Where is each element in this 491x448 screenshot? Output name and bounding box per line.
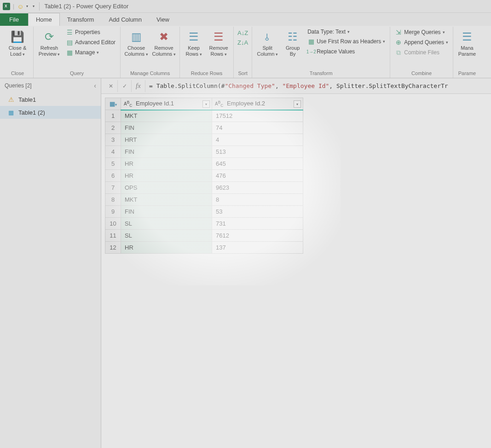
row-number[interactable]: 5 (105, 158, 121, 170)
formula-cancel-button[interactable]: ✕ (104, 80, 118, 92)
table-row: 12HR137 (105, 242, 303, 254)
query-item-0[interactable]: ⚠Table1 (0, 93, 101, 106)
advanced-editor-icon: ▤ (66, 39, 73, 46)
qat-separator: | (13, 3, 14, 10)
close-and-load-button[interactable]: 💾 Close & Load (5, 28, 30, 59)
row-number[interactable]: 2 (105, 122, 121, 134)
column-1-label: Employee Id.1 (136, 100, 174, 107)
cell[interactable]: HR (121, 158, 212, 170)
cell[interactable]: SL (121, 218, 212, 230)
sort-desc-button[interactable]: Z↓A (237, 39, 248, 46)
filter-icon-2[interactable]: ▾ (294, 100, 301, 108)
table-row: 1MKT17512 (105, 110, 303, 122)
remove-rows-button[interactable]: ☰ Remove Rows (207, 28, 231, 59)
queries-header: Queries [2] ‹ (0, 78, 101, 93)
row-number[interactable]: 12 (105, 242, 121, 254)
manage-button[interactable]: ▦ Manage (64, 48, 117, 57)
tab-home[interactable]: Home (28, 13, 60, 26)
remove-columns-button[interactable]: ✖ Remove Columns (151, 28, 177, 59)
data-type-button[interactable]: Data Type: Text (306, 28, 387, 36)
cell[interactable]: 645 (212, 158, 303, 170)
title-bar: | ☺ ▾ ▾ Table1 (2) - Power Query Editor (0, 0, 491, 13)
cell[interactable]: HR (121, 242, 212, 254)
cell[interactable]: 4 (212, 134, 303, 146)
group-by-icon: ☷ (285, 29, 300, 44)
cell[interactable]: 8 (212, 194, 303, 206)
cell[interactable]: 74 (212, 122, 303, 134)
smiley-icon[interactable]: ☺ (17, 3, 23, 10)
column-header-2[interactable]: ABC Employee Id.2 ▾ (212, 98, 303, 110)
split-column-button[interactable]: ⫰ Split Column (255, 28, 280, 59)
refresh-icon: ⟳ (42, 29, 57, 44)
grid-corner[interactable]: ▦▾ (105, 98, 121, 110)
row-number[interactable]: 6 (105, 170, 121, 182)
advanced-label: Advanced Editor (75, 39, 116, 46)
cell[interactable]: FIN (121, 122, 212, 134)
column-header-1[interactable]: ABC Employee Id.1 ▾ (121, 98, 212, 110)
keep-rows-button[interactable]: ☰ Keep Rows (183, 28, 205, 59)
formula-accept-button[interactable]: ✓ (118, 80, 132, 92)
formula-string-2: "Employee Id" (283, 82, 329, 89)
advanced-editor-button[interactable]: ▤ Advanced Editor (64, 38, 117, 47)
save-icon: 💾 (10, 29, 25, 44)
cell[interactable]: HR (121, 170, 212, 182)
formula-bar: ✕ ✓ fx = Table.SplitColumn(#"Changed Typ… (101, 78, 491, 94)
merge-queries-button[interactable]: ⇲ Merge Queries (393, 28, 450, 37)
cell[interactable]: 9623 (212, 182, 303, 194)
row-number[interactable]: 10 (105, 218, 121, 230)
group-by-button[interactable]: ☷ Group By (282, 28, 304, 59)
sort-asc-button[interactable]: A↓Z (237, 29, 248, 36)
collapse-pane-icon[interactable]: ‹ (94, 82, 96, 89)
excel-icon (3, 3, 10, 10)
data-type-label: Data Type: Text (307, 29, 346, 35)
cell[interactable]: MKT (121, 110, 212, 122)
tab-view[interactable]: View (149, 13, 177, 26)
query-item-1[interactable]: ▦Table1 (2) (0, 106, 101, 119)
group-transform: ⫰ Split Column ☷ Group By Data Type: Tex… (252, 27, 390, 78)
first-row-label: Use First Row as Headers (317, 38, 381, 45)
row-number[interactable]: 8 (105, 194, 121, 206)
cell[interactable]: 513 (212, 146, 303, 158)
cell[interactable]: FIN (121, 206, 212, 218)
cell[interactable]: 17512 (212, 110, 303, 122)
refresh-preview-button[interactable]: ⟳ Refresh Preview (36, 28, 62, 59)
group-parameters: ☰ Mana Parame Parame (453, 27, 481, 78)
qat-dropdown-icon[interactable]: ▾ (26, 4, 28, 8)
choose-columns-button[interactable]: ▥ Choose Columns (123, 28, 149, 59)
cell[interactable]: OPS (121, 182, 212, 194)
cell[interactable]: 7612 (212, 230, 303, 242)
cell[interactable]: SL (121, 230, 212, 242)
keep-rows-icon: ☰ (186, 29, 201, 44)
row-number[interactable]: 9 (105, 206, 121, 218)
qat-overflow-icon[interactable]: ▾ (33, 4, 35, 8)
manage-parameters-button[interactable]: ☰ Mana Parame (456, 28, 478, 59)
group-query: ⟳ Refresh Preview ☰ Properties ▤ Advance… (34, 27, 121, 78)
combine-files-label: Combine Files (404, 49, 439, 56)
row-number[interactable]: 11 (105, 230, 121, 242)
append-queries-button[interactable]: ⊕ Append Queries (393, 38, 450, 47)
tab-transform[interactable]: Transform (60, 13, 102, 26)
replace-values-button[interactable]: 1→2 Replace Values (306, 47, 387, 56)
group-close: 💾 Close & Load Close (2, 27, 34, 78)
first-row-headers-button[interactable]: ▦ Use First Row as Headers (306, 37, 387, 46)
formula-fx-button[interactable]: fx (132, 80, 145, 92)
group-by-label: Group By (286, 45, 300, 57)
formula-input[interactable]: = Table.SplitColumn(#"Changed Type", "Em… (145, 81, 488, 91)
row-number[interactable]: 1 (105, 110, 121, 122)
row-number[interactable]: 4 (105, 146, 121, 158)
split-column-icon: ⫰ (260, 29, 275, 44)
row-number[interactable]: 3 (105, 134, 121, 146)
properties-button[interactable]: ☰ Properties (64, 28, 117, 37)
tab-add-column[interactable]: Add Column (101, 13, 149, 26)
cell[interactable]: FIN (121, 146, 212, 158)
cell[interactable]: HRT (121, 134, 212, 146)
cell[interactable]: 53 (212, 206, 303, 218)
cell[interactable]: 476 (212, 170, 303, 182)
cell[interactable]: 731 (212, 218, 303, 230)
cell[interactable]: MKT (121, 194, 212, 206)
filter-icon-1[interactable]: ▾ (202, 100, 210, 108)
tab-file[interactable]: File (0, 13, 28, 26)
row-number[interactable]: 7 (105, 182, 121, 194)
cell[interactable]: 137 (212, 242, 303, 254)
formula-text-3: , Splitter.SplitTextByCharacterTr (329, 82, 448, 89)
